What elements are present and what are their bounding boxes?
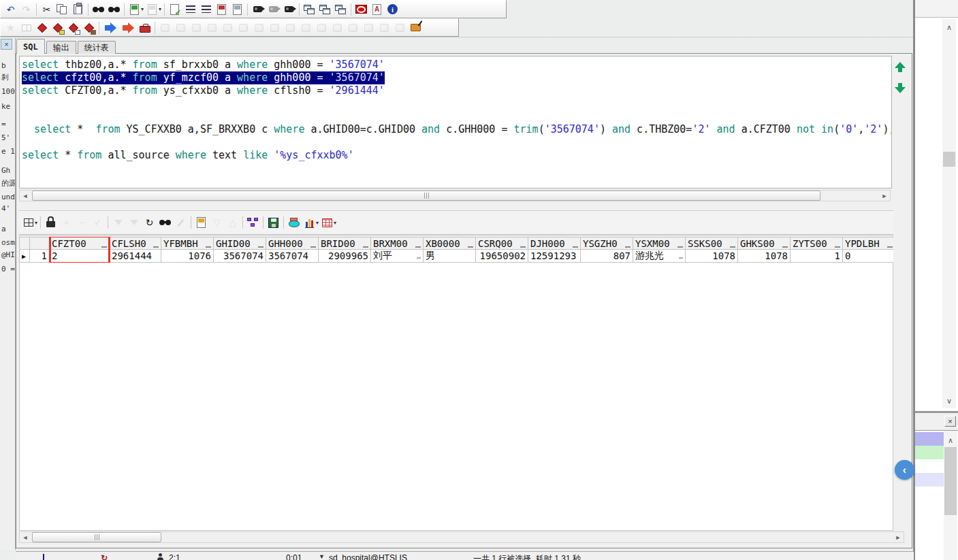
tile-windows-button[interactable] — [317, 2, 333, 17]
column-header-ssks00[interactable]: SSKS00 — [686, 237, 738, 250]
folder-key-button[interactable] — [408, 20, 424, 35]
connection-dropdown-icon[interactable]: ▼ — [319, 553, 325, 560]
tab-statistics[interactable]: 统计表 — [78, 41, 116, 54]
report-results-button[interactable]: ▾ — [319, 215, 337, 230]
column-header-zyts00[interactable]: ZYTS00 — [791, 237, 843, 250]
find-button[interactable] — [91, 2, 106, 17]
cell-ghks00[interactable]: 1078 — [738, 250, 791, 263]
indent-icon[interactable] — [182, 2, 198, 17]
execute-blue-arrow-icon[interactable] — [101, 20, 119, 35]
red-gem-button[interactable] — [34, 20, 50, 35]
page-red-strip-icon[interactable] — [214, 2, 229, 17]
cascade-windows-icon[interactable] — [302, 2, 317, 17]
scroll-left-icon[interactable]: ◄ — [20, 532, 31, 542]
cell-ghid00[interactable]: 3567074 — [214, 250, 266, 263]
lock-record-button[interactable] — [43, 215, 59, 230]
pdf-export-button[interactable]: A — [369, 2, 385, 17]
pdf-export-icon[interactable]: A — [369, 2, 385, 17]
red-gem-key-button[interactable] — [81, 20, 97, 35]
grid-hscroll-thumb[interactable] — [32, 532, 161, 542]
find-icon[interactable] — [91, 2, 106, 17]
chart-results-button[interactable]: ▾ — [302, 215, 319, 230]
grid-hscrollbar[interactable]: ◄ ► — [19, 531, 904, 543]
background-vscroll-thumb[interactable] — [943, 152, 955, 167]
undo-icon[interactable]: ↶ — [3, 2, 18, 17]
outdent-button[interactable] — [198, 2, 214, 17]
column-header-brid00[interactable]: BRID00 — [319, 237, 371, 250]
about-info-button[interactable]: i — [385, 2, 400, 17]
editor-hscroll-thumb[interactable] — [32, 191, 820, 201]
load-script-button[interactable]: ▾ — [127, 2, 144, 17]
copy-button[interactable] — [54, 2, 70, 17]
background-list-vscrollbar[interactable]: ∧ — [944, 431, 957, 560]
column-header-ghid00[interactable]: GHID00 — [214, 237, 266, 250]
cell-ysxm00[interactable]: 游兆光… — [633, 250, 686, 263]
red-gem-doc-button[interactable] — [65, 20, 81, 35]
refresh-query-button[interactable]: ↻ — [142, 215, 157, 230]
column-header-ypdlbh[interactable]: YPDLBH — [843, 237, 893, 250]
cell-zyts00[interactable]: 1 — [791, 250, 843, 263]
close-icon[interactable]: × — [944, 416, 956, 427]
sql-editor[interactable]: select thbz00,a.* from sf_brxxb0 a where… — [19, 56, 892, 188]
break-red-arrow-button[interactable] — [119, 20, 137, 35]
lock-record-icon[interactable] — [43, 215, 59, 230]
window-list-button[interactable] — [333, 2, 349, 17]
column-header-csrq00[interactable]: CSRQ00 — [476, 237, 528, 250]
about-info-icon[interactable]: i — [385, 2, 400, 17]
red-gem-note-button[interactable] — [50, 20, 65, 35]
cut-button[interactable]: ✂ — [39, 2, 54, 17]
macro-library-button[interactable] — [281, 2, 297, 17]
stop-toolbox-icon[interactable] — [137, 20, 153, 35]
grid-hscroll-track[interactable] — [31, 532, 893, 542]
save-results-button[interactable] — [266, 215, 281, 230]
cell-cfzt00[interactable]: 2 — [50, 250, 110, 263]
page-red-strip-button[interactable] — [214, 2, 229, 17]
linked-query-button[interactable] — [245, 215, 261, 230]
record-macro-button[interactable] — [250, 2, 266, 17]
oracle-home-icon[interactable] — [353, 2, 369, 17]
find-next-icon[interactable] — [106, 2, 122, 17]
execute-blue-arrow-button[interactable] — [101, 20, 119, 35]
oracle-home-button[interactable] — [353, 2, 369, 17]
column-header-ysgzh0[interactable]: YSGZH0 — [581, 237, 633, 250]
column-header-ghks00[interactable]: GHKS00 — [738, 237, 791, 250]
chevron-down-icon[interactable]: ∨ — [942, 397, 956, 406]
editor-hscrollbar[interactable]: ◄ ► — [19, 190, 891, 201]
syntax-check-button[interactable]: ✓ — [167, 2, 182, 17]
outdent-icon[interactable] — [198, 2, 214, 17]
load-script-icon[interactable] — [127, 2, 142, 17]
editor-hscroll-track[interactable] — [31, 191, 879, 201]
scroll-right-icon[interactable]: ► — [893, 532, 904, 542]
report-results-icon[interactable] — [319, 215, 335, 230]
paste-button[interactable] — [70, 2, 86, 17]
break-red-arrow-icon[interactable] — [119, 20, 137, 35]
background-list-vscroll-thumb[interactable] — [944, 447, 957, 515]
find-next-button[interactable] — [106, 2, 122, 17]
export-results-button[interactable] — [193, 215, 209, 230]
copy-icon[interactable] — [54, 2, 70, 17]
red-gem-key-icon[interactable] — [81, 20, 97, 35]
export-results-icon[interactable] — [193, 215, 209, 230]
background-vscrollbar[interactable]: ∧ ∨ — [942, 19, 956, 408]
cut-icon[interactable]: ✂ — [39, 2, 54, 17]
column-header-xb0000[interactable]: XB0000 — [424, 237, 476, 250]
panel-close-icon[interactable]: × — [1, 39, 12, 50]
cell-brxm00[interactable]: 刘平… — [371, 250, 424, 263]
cell-cflsh0[interactable]: 2961444 — [110, 250, 161, 263]
find-record-button[interactable] — [157, 215, 173, 230]
scroll-left-icon[interactable]: ◄ — [20, 191, 31, 201]
column-header-cflsh0[interactable]: CFLSH0 — [110, 237, 161, 250]
window-list-icon[interactable] — [333, 2, 349, 17]
duplicate-page-button[interactable] — [229, 2, 245, 17]
cell-djh000[interactable]: 12591293 — [528, 250, 581, 263]
column-header-ysxm00[interactable]: YSXM00 — [633, 237, 686, 250]
cascade-windows-button[interactable] — [302, 2, 317, 17]
refresh-query-icon[interactable]: ↻ — [142, 215, 157, 230]
folder-key-icon[interactable] — [408, 20, 424, 35]
cell-ysgzh0[interactable]: 807 — [581, 250, 633, 263]
cell-xb0000[interactable]: 男 — [424, 250, 476, 263]
column-header-brxm00[interactable]: BRXM00 — [371, 237, 424, 250]
red-gem-note-icon[interactable] — [50, 20, 65, 35]
chevron-up-icon[interactable]: ∧ — [942, 23, 956, 32]
scroll-right-icon[interactable]: ► — [879, 191, 890, 201]
